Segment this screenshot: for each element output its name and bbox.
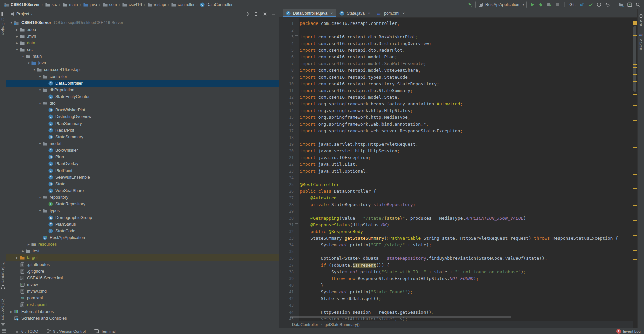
- tree-item-cse416-server[interactable]: ▼CSE416-ServerC:\Users\guill\Desktop\CSE…: [6, 19, 279, 26]
- tool-stripe--structure[interactable]: 7: Structure: [0, 262, 6, 290]
- tool-windows-icon[interactable]: [1, 329, 7, 334]
- expanded-arrow-icon[interactable]: ▼: [38, 142, 42, 145]
- stop-icon[interactable]: [555, 2, 560, 7]
- tree-item-stateentitycreator[interactable]: CStateEntityCreator: [6, 93, 279, 100]
- tree-item-staterepository[interactable]: IStateRepository: [6, 201, 279, 207]
- tree-item-src[interactable]: ▼src: [6, 46, 279, 53]
- file-status-warning-square[interactable]: [633, 21, 637, 25]
- warning-stripe-mark[interactable]: [633, 188, 637, 189]
- editor-tab-datacontroller-java[interactable]: CDataController.java✕: [283, 9, 336, 17]
- green-arrow-icon[interactable]: [467, 2, 472, 7]
- tree-item-target[interactable]: ▶target: [6, 254, 279, 261]
- tree-item-plansummary[interactable]: CPlanSummary: [6, 120, 279, 127]
- horizontal-scrollbar[interactable]: [290, 316, 511, 318]
- tree-item-seawulfensemble[interactable]: CSeaWulfEnsemble: [6, 174, 279, 181]
- warning-stripe-mark[interactable]: [633, 235, 637, 236]
- expanded-arrow-icon[interactable]: ▼: [15, 48, 19, 51]
- tree-item-main[interactable]: ▼main: [6, 53, 279, 60]
- tool-stripe-maven[interactable]: mMaven: [638, 32, 644, 50]
- close-icon[interactable]: ✕: [330, 12, 333, 15]
- tree-item-mvnw-cmd[interactable]: mvnw.cmd: [6, 288, 279, 295]
- tree-item-dto[interactable]: ▼dto: [6, 100, 279, 107]
- event-log-widget[interactable]: 2 Event Log: [616, 329, 641, 334]
- tree-item-planoverlay[interactable]: CPlanOverlay: [6, 160, 279, 167]
- tree-item-scratches-and-consoles[interactable]: Scratches and Consoles: [6, 315, 279, 322]
- statusbar-item-terminal[interactable]: Terminal: [94, 329, 115, 334]
- tree-item-boxwhisker[interactable]: CBoxWhisker: [6, 147, 279, 154]
- fold-marker-icon[interactable]: −: [295, 264, 298, 267]
- breadcrumb-item-cse416-server[interactable]: CSE416-Server: [3, 2, 40, 8]
- tree-item-plan[interactable]: CPlan: [6, 154, 279, 160]
- tree-item-com-cse416-restapi[interactable]: ▼com.cse416.restapi: [6, 66, 279, 73]
- expanded-arrow-icon[interactable]: ▼: [38, 209, 42, 212]
- breadcrumb-item-datacontroller[interactable]: CDataController: [199, 2, 233, 8]
- collapsed-arrow-icon[interactable]: ▶: [21, 250, 25, 253]
- breadcrumb-class[interactable]: DataController: [292, 322, 318, 327]
- tree-item-pom-xml[interactable]: mpom.xml: [6, 295, 279, 301]
- tree-item-resources[interactable]: ▶resources: [6, 241, 279, 248]
- hide-icon[interactable]: [271, 11, 276, 17]
- run-icon[interactable]: [530, 2, 535, 7]
- warning-stripe-mark[interactable]: [633, 81, 637, 82]
- tree-item-statesummary[interactable]: CStateSummary: [6, 134, 279, 140]
- tree-item-statecode[interactable]: EStateCode: [6, 228, 279, 234]
- tree-item-controller[interactable]: ▼controller: [6, 73, 279, 80]
- tree-item-rest-api-iml[interactable]: rest-api.iml: [6, 301, 279, 308]
- editor-tab-pom-xml[interactable]: mpom.xml✕: [373, 9, 408, 17]
- expanded-arrow-icon[interactable]: ▼: [21, 55, 25, 58]
- tool-stripe--favorites[interactable]: 2: Favorites: [0, 299, 6, 327]
- warning-stripe-mark[interactable]: [633, 67, 637, 68]
- breadcrumb-item-controller[interactable]: controller: [170, 2, 195, 8]
- tree-item-cse416-server-iml[interactable]: CSE416-Server.iml: [6, 275, 279, 281]
- collapsed-arrow-icon[interactable]: ▶: [26, 243, 31, 246]
- fold-marker-icon[interactable]: −: [295, 217, 298, 220]
- debug-icon[interactable]: [538, 2, 544, 7]
- close-icon[interactable]: ✕: [368, 12, 370, 15]
- expanded-arrow-icon[interactable]: ▼: [32, 68, 37, 71]
- tree-item--mvn[interactable]: ▶.mvn: [6, 33, 279, 40]
- tree-item-model[interactable]: ▼model: [6, 140, 279, 147]
- run-window-icon[interactable]: [627, 2, 632, 7]
- commit-icon[interactable]: [588, 2, 593, 7]
- tree-item-repository[interactable]: ▼repository: [6, 194, 279, 201]
- fold-marker-icon[interactable]: −: [295, 237, 298, 240]
- expanded-arrow-icon[interactable]: ▼: [26, 62, 31, 65]
- collapsed-arrow-icon[interactable]: ▶: [15, 256, 19, 259]
- warning-stripe-mark[interactable]: [633, 120, 637, 121]
- tree-item-restapiapplication[interactable]: CRestApiApplication: [6, 234, 279, 241]
- tree-item-districtingoverview[interactable]: CDistrictingOverview: [6, 113, 279, 120]
- run-configuration-select[interactable]: RestApiApplication▾: [475, 1, 527, 8]
- warning-stripe-mark[interactable]: [633, 35, 637, 36]
- collapsed-arrow-icon[interactable]: ▶: [15, 42, 19, 45]
- fold-marker-icon[interactable]: −: [295, 223, 298, 227]
- expanded-arrow-icon[interactable]: ▼: [38, 89, 42, 92]
- vertical-scrollbar[interactable]: [633, 26, 636, 92]
- tool-stripe--project[interactable]: 1: Project: [0, 11, 6, 35]
- warning-stripe-mark[interactable]: [633, 220, 637, 221]
- tree-item-types[interactable]: ▼types: [6, 207, 279, 214]
- breadcrumb-item-cse416[interactable]: cse416: [121, 2, 143, 8]
- warning-stripe-mark[interactable]: [633, 105, 637, 106]
- project-panel-title[interactable]: Project ▾: [16, 12, 32, 16]
- rollback-icon[interactable]: [605, 2, 610, 7]
- tree-item--idea[interactable]: ▶.idea: [6, 26, 279, 33]
- breadcrumb-method[interactable]: getStateSummary(): [325, 322, 360, 327]
- tree-item--gitattributes[interactable]: .gitattributes: [6, 261, 279, 268]
- tool-stripe-ant[interactable]: Ant: [638, 13, 644, 26]
- collapsed-arrow-icon[interactable]: ▶: [15, 35, 19, 38]
- breadcrumb-item-restapi[interactable]: restapi: [147, 2, 167, 8]
- tree-item-external-libraries[interactable]: ▶External Libraries: [6, 308, 279, 315]
- warning-stripe-mark[interactable]: [633, 174, 637, 175]
- tree-item-test[interactable]: ▶test: [6, 248, 279, 254]
- tree-item-planstatus[interactable]: EPlanStatus: [6, 221, 279, 228]
- tree-item-java[interactable]: ▼java: [6, 60, 279, 66]
- locate-icon[interactable]: [245, 11, 250, 17]
- expanded-arrow-icon[interactable]: ▼: [38, 75, 42, 78]
- tree-item-dbpopulation[interactable]: ▼dbPopulation: [6, 87, 279, 93]
- tree-item-state[interactable]: CState: [6, 181, 279, 187]
- breadcrumb-item-src[interactable]: src: [44, 2, 58, 8]
- warning-stripe-mark[interactable]: [633, 259, 637, 260]
- expanded-arrow-icon[interactable]: ▼: [38, 102, 42, 105]
- tree-item--gitignore[interactable]: .gitignore: [6, 268, 279, 275]
- fold-marker-icon[interactable]: −: [295, 35, 298, 39]
